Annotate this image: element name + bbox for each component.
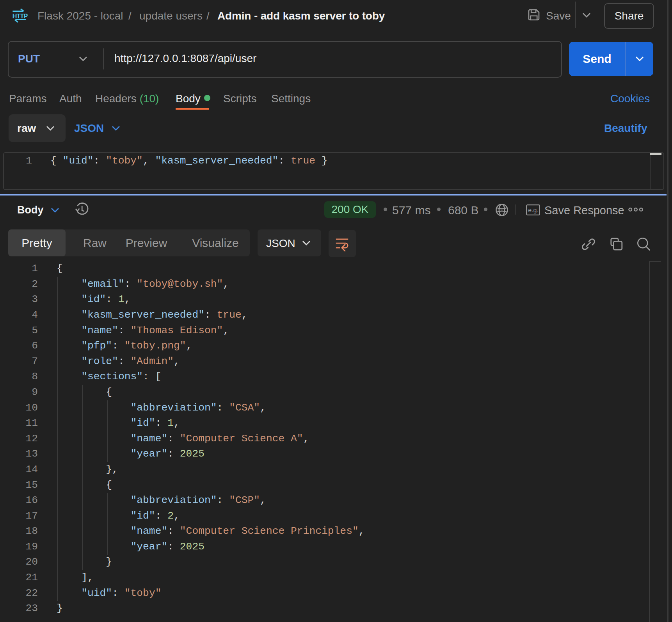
svg-text:e.g.: e.g.: [528, 207, 539, 213]
svg-text:HTTP: HTTP: [12, 12, 28, 20]
